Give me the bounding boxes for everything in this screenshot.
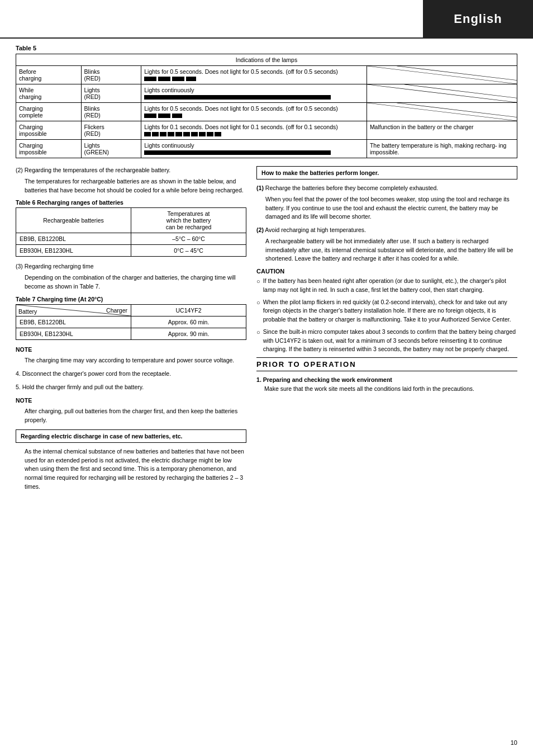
t7-row2-battery: EB930H, EB1230HL <box>16 328 131 339</box>
header-title: English <box>454 12 502 26</box>
left-column: (2) Regarding the temperatures of the re… <box>16 166 246 496</box>
table6-col2-header: Temperatures at which the battery can be… <box>131 208 246 233</box>
t6-row2-temp: 0°C – 45°C <box>131 245 246 257</box>
note1-section: NOTE The charging time may vary accordin… <box>16 346 246 366</box>
perform-longer-item-2: (2) Avoid recharging at high temperature… <box>256 226 517 263</box>
row1-col3: Lights for 0.5 seconds. Does not light f… <box>141 66 367 84</box>
row3-col4 <box>367 103 517 121</box>
caution-item-3: Since the built-in micro computer takes … <box>263 328 517 354</box>
svg-line-1 <box>397 66 517 81</box>
table-row: Before charging Blinks (RED) Lights for … <box>16 66 517 84</box>
t7-row1-time: Approx. 60 min. <box>131 316 246 328</box>
diag-svg-2 <box>367 84 517 102</box>
caution-item-1: If the battery has been heated right aft… <box>263 277 517 295</box>
table6: Rechargeable batteries Temperatures at w… <box>16 207 246 257</box>
row2-col4 <box>367 84 517 103</box>
row5-col4: The battery temperature is high, making … <box>367 140 517 158</box>
svg-line-3 <box>404 84 517 98</box>
row2-col2: Lights (RED) <box>81 84 141 103</box>
table7-col-header: UC14YF2 <box>131 304 246 316</box>
table7-battery-label: Battery <box>18 308 37 315</box>
svg-line-5 <box>397 103 517 117</box>
table7-charger-label: Charger Battery <box>16 304 131 316</box>
svg-line-0 <box>367 66 517 84</box>
note2-section: NOTE After charging, pull out batteries … <box>16 396 246 425</box>
row3-col3: Lights for 0.5 seconds. Does not light f… <box>141 103 367 121</box>
prior-section-header: PRIOR TO OPERATION <box>256 357 517 371</box>
table-row: EB930H, EB1230HL Approx. 90 min. <box>16 328 246 339</box>
table6-label: Table 6 Recharging ranges of batteries <box>16 199 246 206</box>
right-column: How to make the batteries perform longer… <box>256 166 517 496</box>
table5: Indications of the lamps Before charging… <box>16 54 517 158</box>
perform-longer-item-1: (1) Recharge the batteries before they b… <box>256 184 517 221</box>
t6-row2-battery: EB930H, EB1230HL <box>16 245 131 257</box>
note1-text: The charging time may vary according to … <box>16 356 246 365</box>
table7: Charger Battery UC14YF2 EB <box>16 304 246 340</box>
table-row: While charging Lights (RED) Lights conti… <box>16 84 517 103</box>
row1-col4 <box>367 66 517 84</box>
list-item: ○ If the battery has been heated right a… <box>256 277 517 295</box>
blink-bar-1 <box>144 77 364 81</box>
step1-item: 1. Preparing and checking the work envir… <box>256 376 517 394</box>
perform-longer-box: How to make the batteries perform longer… <box>256 166 517 179</box>
row3-col2: Blinks (RED) <box>81 103 141 121</box>
caution-item-2: When the pilot lamp flickers in red quic… <box>263 298 517 324</box>
row2-col1: While charging <box>16 84 82 103</box>
table-row: EB9B, EB1220BL –5°C – 60°C <box>16 233 246 245</box>
t6-row1-temp: –5°C – 60°C <box>131 233 246 245</box>
note2-title: NOTE <box>16 397 32 404</box>
row3-col1: Charging complete <box>16 103 82 121</box>
blink-bar-2 <box>144 114 364 118</box>
table-row: EB9B, EB1220BL Approx. 60 min. <box>16 316 246 328</box>
row5-col1: Charging impossible <box>16 140 82 158</box>
row4-col1: Charging impossible <box>16 121 82 140</box>
svg-line-4 <box>367 103 517 121</box>
solid-bar-2 <box>144 150 331 155</box>
caution-title: CAUTION <box>256 268 517 275</box>
header-bar: English <box>423 0 533 37</box>
row2-col3: Lights continuously <box>141 84 367 103</box>
header-line <box>0 37 533 39</box>
svg-line-2 <box>367 84 517 102</box>
diag-svg-3 <box>367 103 517 121</box>
table-row: Charging impossible Flickers (RED) Light… <box>16 121 517 140</box>
row4-col3: Lights for 0.1 seconds. Does not light f… <box>141 121 367 140</box>
row1-col2: Blinks (RED) <box>81 66 141 84</box>
note1-title: NOTE <box>16 346 32 353</box>
content: Table 5 Indications of the lamps Before … <box>16 45 517 734</box>
two-col-layout: (2) Regarding the temperatures of the re… <box>16 166 517 496</box>
row4-col4: Malfunction in the battery or the charge… <box>367 121 517 140</box>
flicker-bar <box>144 132 364 136</box>
section3-text: (3) Regarding recharging time Depending … <box>16 262 246 291</box>
t7-row1-battery: EB9B, EB1220BL <box>16 316 131 328</box>
bullet-icon: ○ <box>256 328 260 354</box>
table7-label: Table 7 Charging time (At 20°C) <box>16 296 246 303</box>
row4-col2: Flickers (RED) <box>81 121 141 140</box>
t7-row2-time: Approx. 90 min. <box>131 328 246 339</box>
step5-text: 5. Hold the charger firmly and pull out … <box>16 383 246 392</box>
section2-text: (2) Regarding the temperatures of the re… <box>16 166 246 195</box>
table-row: Charging impossible Lights (GREEN) Light… <box>16 140 517 158</box>
highlight-box: Regarding electric discharge in case of … <box>16 429 246 443</box>
table-row: Charging complete Blinks (RED) Lights fo… <box>16 103 517 121</box>
caution-list: ○ If the battery has been heated right a… <box>256 277 517 354</box>
list-item: ○ Since the built-in micro computer take… <box>256 328 517 354</box>
table-row: EB930H, EB1230HL 0°C – 45°C <box>16 245 246 257</box>
solid-bar-1 <box>144 95 331 100</box>
bullet-icon: ○ <box>256 277 260 295</box>
list-item: ○ When the pilot lamp flickers in red qu… <box>256 298 517 324</box>
page-number: 10 <box>511 739 517 746</box>
row1-col1: Before charging <box>16 66 82 84</box>
bullet-icon: ○ <box>256 298 260 324</box>
row5-col2: Lights (GREEN) <box>81 140 141 158</box>
step4-text: 4. Disconnect the charger's power cord f… <box>16 370 246 379</box>
row5-col3: Lights continuously <box>141 140 367 158</box>
table6-col1-header: Rechargeable batteries <box>16 208 131 233</box>
t6-row1-battery: EB9B, EB1220BL <box>16 233 131 245</box>
diag-svg-1 <box>367 66 517 84</box>
table5-label: Table 5 <box>16 45 517 51</box>
note2-text: After charging, pull out batteries from … <box>16 407 246 425</box>
discharge-text: As the internal chemical substance of ne… <box>16 447 246 492</box>
table5-header: Indications of the lamps <box>16 54 517 66</box>
